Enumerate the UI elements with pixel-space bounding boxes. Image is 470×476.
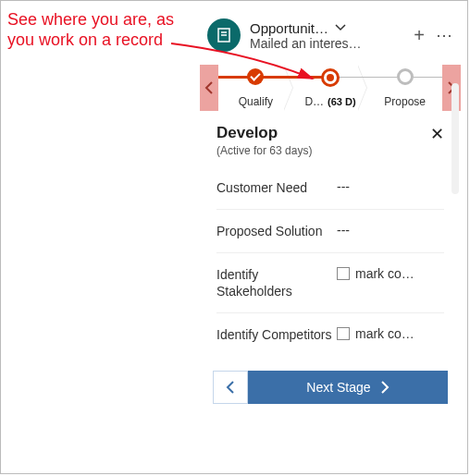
field-identify-competitors[interactable]: Identify Competitors mark co… <box>216 313 444 356</box>
record-type-icon <box>207 18 241 52</box>
annotation-text: See where you are, as you work on a reco… <box>7 9 174 50</box>
stage-propose[interactable]: Propose <box>367 65 442 111</box>
stage-active-text: (Active for 63 days) <box>216 144 312 157</box>
stage-node-future-icon <box>397 68 414 85</box>
scrollbar[interactable] <box>451 83 459 194</box>
checkbox-icon[interactable] <box>337 267 350 280</box>
add-button[interactable]: + <box>414 25 425 46</box>
record-title[interactable]: Opportunit… <box>250 20 328 36</box>
process-prev-button[interactable] <box>200 65 218 111</box>
stage-name: Develop <box>216 124 312 142</box>
back-button[interactable] <box>213 371 248 404</box>
record-panel: Opportunit… Mailed an interes… + ⋯ Quali… <box>200 9 461 419</box>
next-stage-button[interactable]: Next Stage <box>248 371 448 404</box>
checkbox-icon[interactable] <box>337 327 350 340</box>
stage-node-current-icon <box>321 68 340 87</box>
close-icon[interactable]: ✕ <box>430 124 444 144</box>
chevron-down-icon[interactable] <box>334 19 347 36</box>
stage-fields: Customer Need --- Proposed Solution --- … <box>200 161 461 356</box>
process-bar: Qualify D… (63 D) Propose <box>200 65 461 111</box>
stage-develop[interactable]: D… (63 D) <box>293 65 368 111</box>
field-proposed-solution[interactable]: Proposed Solution --- <box>216 210 444 253</box>
record-subtitle: Mailed an interes… <box>250 36 370 51</box>
field-identify-stakeholders[interactable]: Identify Stakeholders mark co… <box>216 253 444 313</box>
stage-footer: Next Stage <box>200 356 461 419</box>
more-button[interactable]: ⋯ <box>436 25 453 45</box>
record-header: Opportunit… Mailed an interes… + ⋯ <box>200 9 461 65</box>
stage-qualify[interactable]: Qualify <box>218 65 293 111</box>
field-customer-need[interactable]: Customer Need --- <box>216 166 444 210</box>
stage-node-done-icon <box>247 68 264 85</box>
stage-detail: Develop (Active for 63 days) ✕ <box>200 111 461 161</box>
